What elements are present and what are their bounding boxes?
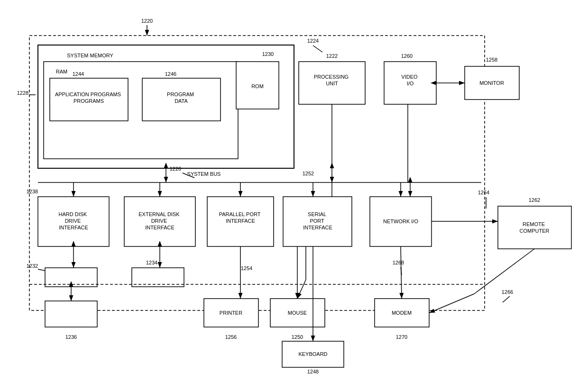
diagram-container: 1220 1228 SYSTEM MEMORY RAM 1244 APPLICA… <box>0 0 588 382</box>
ref-1238: 1238 <box>27 189 38 194</box>
ref-1244: 1244 <box>73 71 84 77</box>
keyboard-label: KEYBOARD <box>298 351 327 357</box>
modem-label: MODEM <box>392 310 412 316</box>
ext-disk-storage-box <box>132 268 184 287</box>
ref-1260: 1260 <box>401 53 413 59</box>
ref-1252: 1252 <box>303 171 314 176</box>
ref-1266: 1266 <box>502 289 513 295</box>
system-bus-label: SYSTEM BUS <box>187 171 221 177</box>
ref-1224: 1224 <box>307 38 319 44</box>
ref-1264: 1264 <box>478 190 489 195</box>
ref-1268: 1268 <box>393 260 404 265</box>
ref-1270: 1270 <box>396 334 407 340</box>
rom-label: ROM <box>251 83 264 89</box>
svg-line-5 <box>313 45 322 52</box>
hdd-device-box <box>45 301 97 327</box>
hdd-storage-box <box>45 268 97 287</box>
ref-1234: 1234 <box>146 260 157 265</box>
ref-1226: 1226 <box>170 166 181 172</box>
svg-line-23 <box>297 280 306 299</box>
svg-line-12 <box>503 296 510 302</box>
ref-1248: 1248 <box>307 369 319 374</box>
svg-line-13 <box>38 269 45 271</box>
ref-1220: 1220 <box>141 18 153 24</box>
ref-1262: 1262 <box>529 197 540 203</box>
ref-1230: 1230 <box>262 51 274 57</box>
svg-line-26 <box>429 294 474 313</box>
ref-1232: 1232 <box>27 263 38 269</box>
ref-1246: 1246 <box>165 71 176 77</box>
mouse-label: MOUSE <box>288 310 307 316</box>
ram-label: RAM <box>56 69 67 74</box>
ref-1258: 1258 <box>486 57 497 63</box>
ref-1254: 1254 <box>241 265 252 271</box>
ref-1256: 1256 <box>225 334 237 340</box>
svg-line-24 <box>401 246 402 299</box>
ref-1228: 1228 <box>17 90 28 96</box>
svg-line-25 <box>474 249 534 294</box>
ref-1222: 1222 <box>326 53 338 59</box>
system-memory-label: SYSTEM MEMORY <box>67 53 113 58</box>
ref-1236: 1236 <box>65 334 77 340</box>
monitor-label: MONITOR <box>479 80 504 86</box>
printer-label: PRINTER <box>220 310 242 316</box>
ref-1250: 1250 <box>292 334 303 340</box>
network-io-label: NETWORK I/O <box>383 218 418 224</box>
